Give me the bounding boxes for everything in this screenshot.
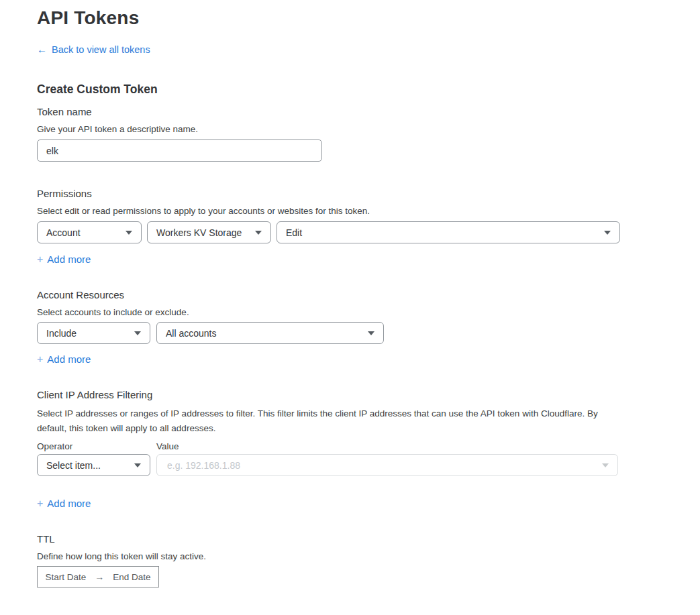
form-heading: Create Custom Token [37, 81, 658, 97]
value-column-label: Value [156, 441, 179, 453]
chevron-down-icon [134, 331, 141, 335]
ip-filtering-column-labels: Operator Value [37, 441, 658, 453]
ip-value-input[interactable] [166, 459, 595, 471]
account-resources-label: Account Resources [37, 288, 658, 302]
permission-service-select[interactable]: Workers KV Storage [147, 221, 271, 243]
plus-icon: + [37, 253, 43, 266]
ttl-date-range-picker[interactable]: Start Date → End Date [37, 566, 159, 588]
ip-operator-select[interactable]: Select item... [37, 454, 150, 476]
account-resources-description: Select accounts to include or exclude. [37, 306, 658, 319]
add-more-label: Add more [47, 497, 91, 510]
permission-access-select[interactable]: Edit [277, 221, 620, 243]
account-resources-mode-value: Include [46, 328, 77, 339]
plus-icon: + [37, 353, 43, 366]
account-resources-row: Include All accounts [37, 322, 658, 344]
operator-column-label: Operator [37, 441, 156, 453]
left-arrow-icon: ← [37, 43, 47, 56]
back-link-label: Back to view all tokens [52, 43, 150, 56]
permissions-label: Permissions [37, 187, 658, 201]
chevron-down-icon [604, 231, 611, 235]
ttl-label: TTL [37, 533, 658, 546]
permissions-row: Account Workers KV Storage Edit [37, 221, 658, 243]
ip-filtering-label: Client IP Address Filtering [37, 388, 658, 402]
right-arrow-icon: → [95, 571, 104, 582]
start-date-label: Start Date [45, 572, 86, 582]
permissions-add-more-link[interactable]: + Add more [37, 253, 91, 266]
chevron-down-icon [134, 463, 141, 467]
chevron-down-icon [255, 231, 262, 235]
permission-access-value: Edit [286, 227, 302, 238]
chevron-down-icon [602, 463, 609, 467]
permission-service-value: Workers KV Storage [156, 227, 242, 238]
account-resources-target-select[interactable]: All accounts [156, 322, 384, 344]
ip-value-field[interactable] [156, 454, 618, 476]
page-title: API Tokens [37, 5, 658, 31]
chevron-down-icon [126, 231, 132, 235]
ip-filtering-add-more-link[interactable]: + Add more [37, 497, 91, 510]
ip-filtering-row: Select item... [37, 454, 658, 476]
chevron-down-icon [368, 331, 374, 335]
page-content: API Tokens ← Back to view all tokens Cre… [0, 0, 658, 588]
end-date-label: End Date [113, 572, 150, 582]
back-to-tokens-link[interactable]: ← Back to view all tokens [37, 43, 150, 56]
account-resources-add-more-link[interactable]: + Add more [37, 353, 91, 366]
plus-icon: + [37, 497, 43, 510]
token-name-label: Token name [37, 105, 658, 119]
add-more-label: Add more [47, 353, 91, 366]
permissions-description: Select edit or read permissions to apply… [37, 205, 658, 217]
ip-filtering-description: Select IP addresses or ranges of IP addr… [37, 406, 617, 436]
add-more-label: Add more [47, 253, 91, 266]
account-resources-mode-select[interactable]: Include [37, 322, 150, 344]
permission-scope-value: Account [46, 227, 81, 238]
ttl-description: Define how long this token will stay act… [37, 551, 658, 563]
permission-scope-select[interactable]: Account [37, 221, 142, 243]
token-name-description: Give your API token a descriptive name. [37, 123, 658, 135]
account-resources-target-value: All accounts [166, 328, 216, 339]
ip-operator-value: Select item... [46, 460, 101, 471]
token-name-input[interactable] [37, 139, 322, 162]
